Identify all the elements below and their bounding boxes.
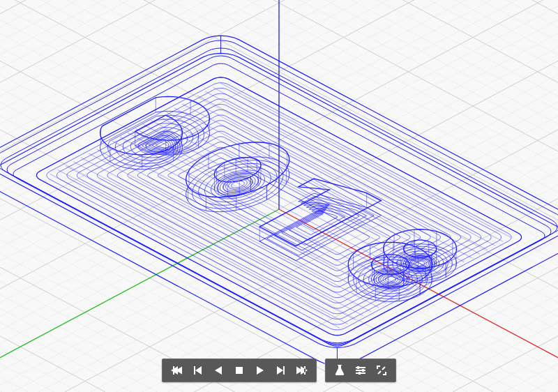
play-back-button[interactable] xyxy=(209,362,228,379)
svg-line-22 xyxy=(0,0,421,285)
step-back-icon xyxy=(193,365,202,375)
simulate-button[interactable] xyxy=(330,362,349,379)
skip-end-button[interactable] xyxy=(292,362,312,379)
skip-end-icon xyxy=(296,365,308,375)
svg-line-146 xyxy=(188,161,558,392)
play-reverse-icon xyxy=(214,365,223,375)
stop-button[interactable] xyxy=(229,362,249,379)
svg-line-343 xyxy=(135,128,425,282)
svg-line-7 xyxy=(240,0,558,230)
svg-line-340 xyxy=(159,116,448,271)
svg-line-147 xyxy=(0,161,370,392)
svg-line-138 xyxy=(137,134,558,392)
svg-line-139 xyxy=(0,134,421,392)
svg-marker-176 xyxy=(100,96,210,154)
svg-line-344 xyxy=(128,133,417,287)
expand-button[interactable] xyxy=(372,362,391,379)
expand-icon xyxy=(377,365,386,375)
svg-rect-356 xyxy=(357,366,359,369)
scene-canvas xyxy=(0,0,558,392)
skip-start-icon xyxy=(171,365,182,375)
step-fwd-button[interactable] xyxy=(271,362,291,379)
sliders-icon xyxy=(355,365,366,375)
bottom-toolbar-container xyxy=(162,359,396,382)
svg-rect-355 xyxy=(236,367,243,374)
play-button[interactable] xyxy=(250,362,270,379)
step-forward-icon xyxy=(276,365,286,375)
svg-line-42 xyxy=(0,0,550,354)
svg-marker-190 xyxy=(115,119,198,163)
svg-line-6 xyxy=(0,0,318,230)
svg-line-38 xyxy=(0,0,525,340)
svg-rect-357 xyxy=(362,369,364,372)
svg-line-353 xyxy=(58,170,347,324)
settings-button[interactable] xyxy=(351,362,370,379)
skip-start-button[interactable] xyxy=(167,362,186,379)
playback-toolbar xyxy=(162,359,317,382)
play-icon xyxy=(256,365,264,375)
svg-line-43 xyxy=(8,0,558,354)
svg-line-140 xyxy=(150,140,558,392)
svg-line-354 xyxy=(50,174,340,328)
svg-line-338 xyxy=(174,108,464,262)
svg-line-333 xyxy=(213,87,502,241)
svg-marker-265 xyxy=(348,257,432,301)
stop-icon xyxy=(235,366,243,375)
svg-line-341 xyxy=(151,121,440,275)
svg-line-335 xyxy=(197,96,487,250)
step-back-button[interactable] xyxy=(188,362,207,379)
svg-marker-315 xyxy=(385,277,395,282)
svg-line-124 xyxy=(46,86,558,392)
toolpath-viewport[interactable] xyxy=(0,0,558,392)
svg-line-345 xyxy=(120,137,409,291)
svg-line-334 xyxy=(205,91,495,246)
flask-icon xyxy=(335,365,345,376)
svg-line-26 xyxy=(0,0,447,299)
svg-line-339 xyxy=(167,112,456,266)
svg-line-125 xyxy=(0,86,512,392)
tools-toolbar xyxy=(325,359,396,382)
svg-rect-358 xyxy=(359,372,361,375)
svg-line-34 xyxy=(0,0,499,326)
svg-marker-313 xyxy=(381,274,400,285)
